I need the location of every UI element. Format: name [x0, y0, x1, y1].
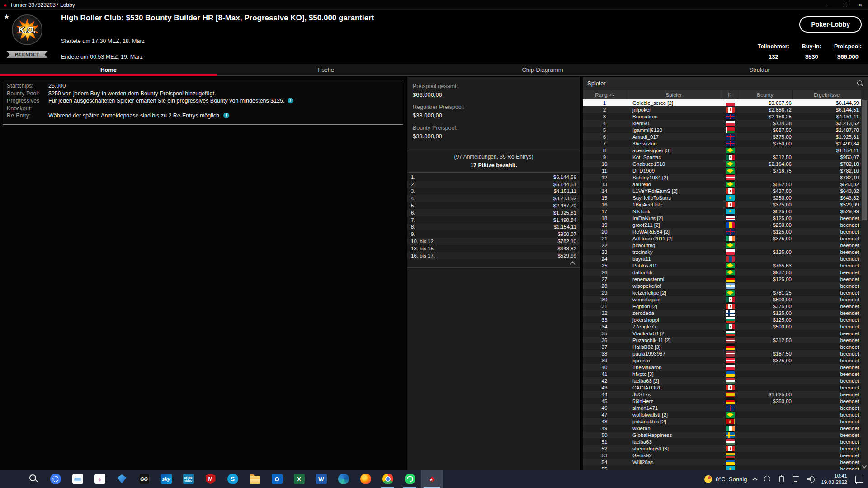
player-row[interactable]: 12 Schildy1984 [2] $782,10	[583, 174, 868, 181]
taskbar-app-button[interactable]	[0, 470, 22, 488]
taskbar-app-button[interactable]	[377, 470, 399, 488]
taskbar-app-button[interactable]: GG	[133, 470, 155, 488]
player-row[interactable]: 5 |gammi|€120 $687,50 $2.487,70	[583, 127, 868, 133]
player-row[interactable]: 38 paula1993987 $187,50 beendet	[583, 350, 868, 357]
player-row[interactable]: 11 DFD1909 $718,75 $782,10	[583, 167, 868, 174]
player-row[interactable]: 41 hfvptc [3] beendet	[583, 371, 868, 377]
player-row[interactable]: 53 Gedis92 beendet	[583, 452, 868, 459]
player-row[interactable]: 3 Bounatirou $2.156,25 $4.151,11	[583, 113, 868, 120]
taskbar-app-button[interactable]	[421, 470, 443, 488]
taskbar-app-button[interactable]	[22, 470, 44, 488]
taskbar-app-button[interactable]: prime video	[177, 470, 199, 488]
player-row[interactable]: 40 TheMakaron beendet	[583, 364, 868, 371]
taskbar-app-button[interactable]	[66, 470, 89, 488]
player-row[interactable]: 54 Willi28an beendet	[583, 459, 868, 465]
weather-widget[interactable]: 8°C Sonnig	[704, 475, 747, 483]
info-icon[interactable]	[223, 113, 229, 118]
player-row[interactable]: 31 Egption [2] $375,00 beendet	[583, 303, 868, 310]
player-row[interactable]: 14 L1VeYRdrEamS [2] $437,50 $643,82	[583, 188, 868, 194]
taskbar-app-button[interactable]: M	[199, 470, 222, 488]
player-row[interactable]: 46 simon1471 beendet	[583, 404, 868, 411]
taskbar-app-button[interactable]: O	[266, 470, 288, 488]
player-row[interactable]: 13 aaurelio $562,50 $643,82	[583, 181, 868, 188]
lobby-tab[interactable]: Home	[0, 64, 217, 75]
player-row[interactable]: 18 ImDaNuts [2] $125,00 beendet	[583, 215, 868, 221]
taskbar-app-button[interactable]	[44, 470, 66, 488]
player-row[interactable]: 44 JUSTzs $1.625,00 beendet	[583, 391, 868, 398]
info-icon[interactable]	[288, 98, 293, 103]
taskbar-app-button[interactable]	[354, 470, 377, 488]
taskbar-app-button[interactable]	[244, 470, 266, 488]
player-row[interactable]: 20 ReWARds84 [2] $125,00 beendet	[583, 228, 868, 235]
player-row[interactable]: 42 laciba63 [2] beendet	[583, 377, 868, 384]
payout-collapse-control[interactable]	[407, 259, 580, 268]
player-row[interactable]: 39 xpronto $375,00 beendet	[583, 357, 868, 364]
player-row[interactable]: 45 56inHerz $250,00 beendet	[583, 398, 868, 404]
player-row[interactable]: 33 jokershoppl $125,00 beendet	[583, 316, 868, 323]
close-button[interactable]	[853, 0, 868, 9]
player-row[interactable]: 9 Kot_Spartac $312,50 $950,07	[583, 154, 868, 160]
network-tray-icon[interactable]	[792, 475, 800, 483]
taskbar-app-button[interactable]: W	[310, 470, 332, 488]
column-rang[interactable]: Rang	[583, 90, 626, 99]
scrollbar-down-arrow[interactable]	[862, 463, 867, 468]
search-icon[interactable]	[856, 80, 863, 87]
player-row[interactable]: 21 ArtHouse2011 [2] $375,00 beendet	[583, 235, 868, 242]
taskbar-app-button[interactable]	[399, 470, 421, 488]
favorite-star-icon[interactable]	[4, 13, 9, 21]
player-row[interactable]: 36 Puzanchik 11 [2] $312,50 beendet	[583, 337, 868, 343]
column-flag flag-icon[interactable]	[722, 90, 738, 99]
player-row[interactable]: 7 3betwizkid $750,00 $1.490,84	[583, 140, 868, 147]
player-row[interactable]: 26 daltonhb $937,50 beendet	[583, 269, 868, 276]
taskbar-app-button[interactable]	[89, 470, 111, 488]
players-scrollbar[interactable]	[861, 90, 868, 470]
column-bounty[interactable]: Bounty	[738, 90, 793, 99]
lobby-tab[interactable]: Chip-Diagramm	[434, 64, 651, 75]
player-row[interactable]: 8 acesdesigner [3] $1.154,11	[583, 147, 868, 154]
player-row[interactable]: 49 wkieran beendet	[583, 425, 868, 432]
taskbar-app-button[interactable]	[111, 470, 133, 488]
player-row[interactable]: 48 pokanuktus [2] beendet	[583, 418, 868, 425]
player-row[interactable]: 30 wemetagain $500,00 beendet	[583, 296, 868, 303]
player-row[interactable]: 35 Vladkata04 [2] beendet	[583, 330, 868, 337]
player-row[interactable]: 15 SayHelloToStars $250,00 $643,82	[583, 194, 868, 201]
player-row[interactable]: 28 wisopekeño! beendet	[583, 282, 868, 289]
action-center-icon[interactable]	[855, 476, 863, 483]
minimize-button[interactable]	[822, 0, 837, 9]
sync-tray-icon[interactable]	[763, 475, 771, 483]
player-row[interactable]: 4 klem90 $734,38 $3.213,52	[583, 120, 868, 127]
player-row[interactable]: 52 shermdog50 [3] beendet	[583, 445, 868, 452]
scrollbar-thumb[interactable]	[862, 100, 867, 220]
player-row[interactable]: 16 1BigAceHole $375,00 $529,99	[583, 201, 868, 208]
taskbar-app-button[interactable]: X	[288, 470, 310, 488]
player-row[interactable]: 32 zerodeda $125,00 beendet	[583, 310, 868, 316]
player-row[interactable]: 2 jnfpoker $2.886,72 $6.144,51	[583, 106, 868, 113]
player-row[interactable]: 47 wolfofwallstt [2] beendet	[583, 411, 868, 418]
player-row[interactable]: 24 bayra11 beendet	[583, 255, 868, 262]
lobby-tab[interactable]: Struktur	[651, 64, 868, 75]
player-row[interactable]: 43 CACIATORE beendet	[583, 384, 868, 391]
player-row[interactable]: 17 NikTolik $625,00 $529,99	[583, 208, 868, 215]
usb-tray-icon[interactable]	[778, 475, 786, 483]
taskbar-app-button[interactable]	[332, 470, 354, 488]
taskbar-app-button[interactable]: S	[222, 470, 244, 488]
player-row[interactable]: 22 pitaoufmg beendet	[583, 242, 868, 249]
maximize-button[interactable]	[837, 0, 853, 9]
player-row[interactable]: 37 HalisB82 [3] beendet	[583, 343, 868, 350]
taskbar-clock[interactable]: 10:41 19.03.2022	[821, 473, 847, 485]
player-row[interactable]: 50 GlobalHappiness beendet	[583, 432, 868, 438]
tray-expand-chevron-icon[interactable]	[753, 477, 758, 482]
player-row[interactable]: 6 Amadi_017 $375,00 $1.925,81	[583, 133, 868, 140]
volume-tray-icon[interactable]	[807, 475, 815, 483]
poker-lobby-button[interactable]: Poker-Lobby	[799, 16, 862, 33]
player-row[interactable]: 10 Gnabuco1510 $2.164,06 $782,10	[583, 160, 868, 167]
lobby-tab[interactable]: Tische	[217, 64, 434, 75]
player-row[interactable]: 25 Pablos701 $765,63 beendet	[583, 262, 868, 269]
column-ergebnisse[interactable]: Ergebnisse	[793, 90, 861, 99]
player-row[interactable]: 1 Golebie_serce [2] $9.667,96 $6.144,59	[583, 99, 868, 106]
player-row[interactable]: 19 groof211 [2] $250,00 beendet	[583, 221, 868, 228]
player-row[interactable]: 51 laciba63 beendet	[583, 438, 868, 445]
player-row[interactable]: 29 ketzerfelipe [2] $781,25 beendet	[583, 289, 868, 296]
player-row[interactable]: 27 renemastermi $125,00 beendet	[583, 276, 868, 282]
player-row[interactable]: 55 beendet	[583, 465, 868, 470]
